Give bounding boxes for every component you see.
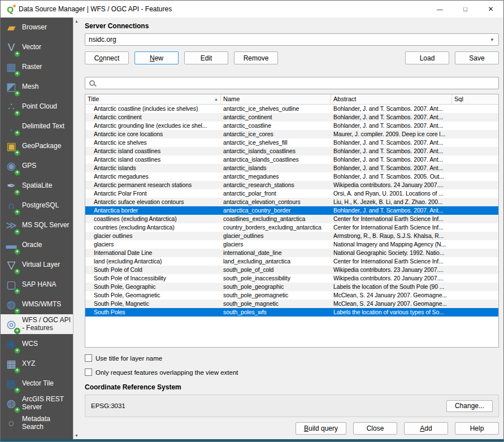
remove-button[interactable]: Remove (234, 51, 278, 64)
sidebar-item-arcgis-rest-server[interactable]: ◍+ ArcGIS REST Server (1, 393, 73, 413)
sidebar-item-label: SAP HANA (22, 281, 56, 289)
table-row[interactable]: Antarctic island coastlines antarctica_i… (85, 155, 498, 164)
table-row[interactable]: International Date Line international_da… (85, 249, 498, 257)
cell-name: south_pole_geomagnetic (221, 291, 331, 300)
window-controls: — □ ✕ (427, 1, 503, 18)
window-bottom-edge (1, 439, 503, 441)
column-header-abstract[interactable]: Abstract (331, 94, 452, 104)
add-button[interactable]: Add (404, 422, 448, 435)
sidebar-item-geopackage[interactable]: ▣+ GeoPackage (1, 136, 73, 156)
sidebar-item-sap-hana[interactable]: ▢+ SAP HANA (1, 275, 73, 294)
overlap-checkbox[interactable] (85, 369, 92, 376)
sidebar-item-point-cloud[interactable]: ∴+ Point Cloud (1, 97, 73, 116)
table-row[interactable]: Antarctic ice shelves antarctic_ice_shel… (85, 138, 498, 147)
maximize-button[interactable]: □ (453, 1, 478, 18)
close-window-button[interactable]: ✕ (478, 1, 503, 18)
cell-name: antarctic_islands_coastlines (221, 147, 331, 155)
load-button[interactable]: Load (405, 51, 449, 64)
sidebar-item-postgresql[interactable]: ∩+ PostgreSQL (1, 196, 73, 215)
table-row[interactable]: Antarctic permanent research stations an… (85, 181, 498, 189)
table-row[interactable]: South Pole, Geographic south_pole_geogra… (85, 283, 498, 291)
point-cloud-icon: ∴+ (4, 99, 19, 114)
table-row[interactable]: Antarctic ice core locations antarctic_i… (85, 130, 498, 138)
comma-icon: ,+ (4, 119, 19, 134)
raster-grid-icon: ▦+ (4, 60, 19, 75)
edit-button[interactable]: Edit (184, 51, 228, 64)
sidebar-item-raster[interactable]: ▦+ Raster (1, 57, 73, 77)
table-row[interactable]: land (excluding Antarctica) land_excludi… (85, 257, 498, 266)
sidebar-item-delimited-text[interactable]: ,+ Delimited Text (1, 116, 73, 136)
table-row[interactable]: coastlines (excluding Antarctica) coastl… (85, 215, 498, 223)
cell-sql (452, 300, 498, 308)
cell-title: Antarctic permanent research stations (85, 181, 221, 189)
button-label: Add (420, 424, 432, 432)
sidebar-item-vector-tile[interactable]: ▩+ Vector Tile (1, 374, 73, 393)
sidebar-item-browser[interactable]: ▰+ Browser (1, 18, 73, 37)
sort-ascending-icon: ▲ (214, 94, 220, 104)
table-body: Antarctic coastline (includes ice shelve… (85, 105, 498, 347)
sidebar-item-wms-wmts[interactable]: ◍+ WMS/WMTS (1, 294, 73, 314)
cell-abstract: Center for International Earth Science I… (331, 257, 452, 266)
cell-abstract: Bohlander, J. and T. Scambos. 2007. Ant.… (331, 164, 452, 172)
column-header-name[interactable]: Name (221, 94, 331, 104)
scroll-down-icon[interactable]: ▼ (75, 434, 79, 437)
table-row[interactable]: Antarctic megadunes antarctic_megadunes … (85, 172, 498, 181)
table-row[interactable]: South Pole of Inaccessibility south_pole… (85, 274, 498, 283)
sidebar-item-wcs[interactable]: ◉+ WCS (1, 334, 73, 354)
scroll-up-icon[interactable]: ▲ (75, 19, 79, 23)
sidebar-item-mesh[interactable]: ◩+ Mesh (1, 77, 73, 97)
table-row[interactable]: Antarctic continent antarctic_continent … (85, 113, 498, 122)
help-button[interactable]: Help (455, 422, 499, 435)
table-row[interactable]: Antarctic grounding line (excludes ice s… (85, 122, 498, 130)
new-button[interactable]: New (134, 51, 179, 64)
table-row[interactable]: Antarctic Polar Front antarctic_polar_fr… (85, 189, 498, 198)
cell-name: antarctica_country_border (221, 206, 331, 215)
sidebar-scrollbar[interactable]: ▲ ▼ (73, 18, 80, 439)
table-row[interactable]: countries (excluding Antarctica) country… (85, 223, 498, 232)
table-row[interactable]: Antarctica border antarctica_country_bor… (85, 206, 498, 215)
plus-badge-icon: + (14, 367, 20, 374)
source-type-sidebar: ▰+ Browser V+ Vector ▦+ Raster ◩+ (1, 18, 80, 439)
cell-title: countries (excluding Antarctica) (85, 223, 221, 232)
sidebar-item-wfs-ogc-api-features[interactable]: ◎+ WFS / OGC API - Features (1, 314, 73, 334)
table-row[interactable]: South Pole of Cold south_pole_of_cold Wi… (85, 266, 498, 274)
sidebar-item-oracle[interactable]: ▬+ Oracle (1, 235, 73, 255)
cell-name: south_pole_magnetic (221, 300, 331, 308)
sidebar-item-xyz[interactable]: ▦+ XYZ (1, 354, 73, 374)
sidebar-item-ms-sql-server[interactable]: ≫+ MS SQL Server (1, 215, 73, 235)
sidebar-item-virtual-layer[interactable]: ▽+ Virtual Layer (1, 255, 73, 275)
sidebar-item-spatialite[interactable]: ✒+ SpatiaLite (1, 176, 73, 196)
table-row[interactable]: glacier outlines glacier_outlines Armstr… (85, 232, 498, 240)
minimize-button[interactable]: — (427, 1, 453, 18)
change-crs-button[interactable]: Change... (446, 400, 493, 412)
cell-sql (452, 283, 498, 291)
filter-searchbox (85, 77, 499, 89)
save-button[interactable]: Save (455, 51, 499, 64)
table-row[interactable]: Antarctic island coastlines antarctic_is… (85, 147, 498, 155)
cell-abstract: Center for International Earth Science I… (331, 223, 452, 232)
sidebar-item-gps[interactable]: ◉+ GPS (1, 156, 73, 176)
sidebar-item-label: Point Cloud (22, 103, 57, 111)
table-row[interactable]: South Poles south_poles_wfs Labels the l… (85, 308, 498, 317)
table-row[interactable]: South Pole, Geomagnetic south_pole_geoma… (85, 291, 498, 300)
column-header-sql[interactable]: Sql (452, 94, 498, 104)
sidebar-item-vector[interactable]: V+ Vector (1, 37, 73, 57)
connection-select[interactable]: nsidc.org ▼ (85, 33, 499, 46)
table-row[interactable]: Antarctic islands antarctic_islands Bohl… (85, 164, 498, 172)
use-title-checkbox[interactable] (85, 354, 92, 362)
search-input[interactable] (95, 79, 498, 87)
cell-sql (452, 122, 498, 130)
build-query-button[interactable]: Build query (296, 422, 346, 435)
table-row[interactable]: Antarctic coastline (includes ice shelve… (85, 105, 498, 113)
shell-icon: ≫+ (4, 218, 19, 233)
close-button[interactable]: Close (353, 422, 397, 435)
table-row[interactable]: Antarctic suface elevation contours anta… (85, 198, 498, 206)
column-header-title[interactable]: Title ▲ (85, 94, 221, 104)
server-connections-heading: Server Connections (85, 22, 499, 30)
connect-button[interactable]: Connect (85, 51, 129, 64)
cell-name: antarctic_islands (221, 164, 331, 172)
connection-selected-value: nsidc.org (85, 36, 486, 44)
table-row[interactable]: glaciers glaciers National Imagery and M… (85, 240, 498, 249)
sidebar-item-metadata-search[interactable]: ○+ Metadata Search (1, 413, 73, 433)
table-row[interactable]: South Pole, Magnetic south_pole_magnetic… (85, 300, 498, 308)
